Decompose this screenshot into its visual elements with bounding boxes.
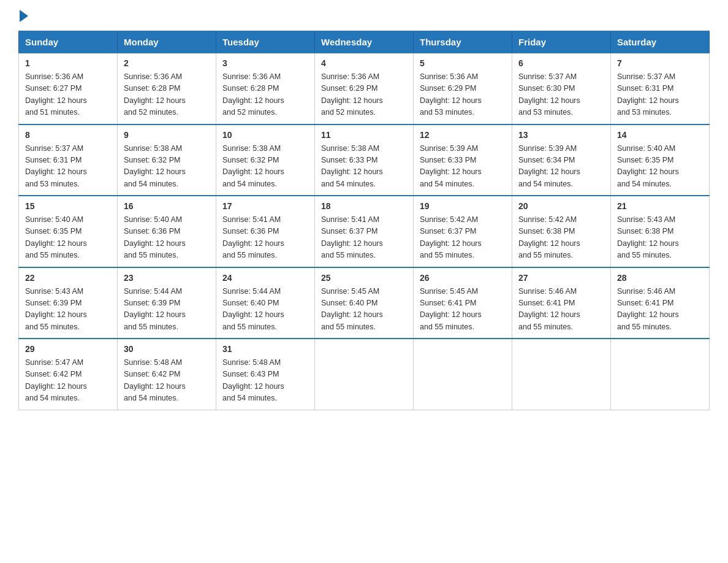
day-number: 30: [124, 343, 210, 356]
page-header: [18, 12, 710, 18]
calendar-cell: 7Sunrise: 5:37 AMSunset: 6:31 PMDaylight…: [611, 53, 710, 124]
day-info: Sunrise: 5:41 AMSunset: 6:36 PMDaylight:…: [222, 214, 308, 262]
calendar-cell: 12Sunrise: 5:39 AMSunset: 6:33 PMDayligh…: [414, 124, 512, 196]
day-number: 5: [420, 57, 506, 70]
day-number: 18: [321, 200, 407, 213]
day-info: Sunrise: 5:48 AMSunset: 6:42 PMDaylight:…: [124, 357, 210, 405]
calendar-cell: 5Sunrise: 5:36 AMSunset: 6:29 PMDaylight…: [414, 53, 512, 124]
day-number: 31: [222, 343, 308, 356]
calendar-cell: 9Sunrise: 5:38 AMSunset: 6:32 PMDaylight…: [118, 124, 216, 196]
day-info: Sunrise: 5:36 AMSunset: 6:29 PMDaylight:…: [321, 71, 407, 119]
day-number: 6: [518, 57, 604, 70]
day-info: Sunrise: 5:39 AMSunset: 6:34 PMDaylight:…: [518, 143, 604, 191]
day-info: Sunrise: 5:40 AMSunset: 6:35 PMDaylight:…: [25, 214, 111, 262]
day-info: Sunrise: 5:40 AMSunset: 6:36 PMDaylight:…: [124, 214, 210, 262]
day-info: Sunrise: 5:43 AMSunset: 6:39 PMDaylight:…: [25, 286, 111, 334]
logo: [18, 12, 28, 18]
calendar-cell: 31Sunrise: 5:48 AMSunset: 6:43 PMDayligh…: [216, 339, 315, 410]
calendar-cell: 10Sunrise: 5:38 AMSunset: 6:32 PMDayligh…: [216, 124, 315, 196]
calendar-header-sunday: Sunday: [19, 31, 118, 53]
day-number: 29: [25, 343, 111, 356]
calendar-week-row: 22Sunrise: 5:43 AMSunset: 6:39 PMDayligh…: [19, 267, 710, 339]
calendar-week-row: 8Sunrise: 5:37 AMSunset: 6:31 PMDaylight…: [19, 124, 710, 196]
day-number: 2: [124, 57, 210, 70]
calendar-cell: 29Sunrise: 5:47 AMSunset: 6:42 PMDayligh…: [19, 339, 118, 410]
day-number: 13: [518, 129, 604, 142]
calendar-cell: 27Sunrise: 5:46 AMSunset: 6:41 PMDayligh…: [512, 267, 611, 339]
day-number: 24: [222, 272, 308, 285]
day-info: Sunrise: 5:46 AMSunset: 6:41 PMDaylight:…: [617, 286, 703, 334]
calendar-cell: 2Sunrise: 5:36 AMSunset: 6:28 PMDaylight…: [118, 53, 216, 124]
calendar-header-friday: Friday: [512, 31, 611, 53]
calendar-cell: 20Sunrise: 5:42 AMSunset: 6:38 PMDayligh…: [512, 196, 611, 267]
day-info: Sunrise: 5:38 AMSunset: 6:32 PMDaylight:…: [222, 143, 308, 191]
day-number: 28: [617, 272, 703, 285]
day-info: Sunrise: 5:44 AMSunset: 6:40 PMDaylight:…: [222, 286, 308, 334]
day-number: 16: [124, 200, 210, 213]
calendar-cell: [512, 339, 611, 410]
day-info: Sunrise: 5:38 AMSunset: 6:32 PMDaylight:…: [124, 143, 210, 191]
day-number: 3: [222, 57, 308, 70]
calendar-cell: [611, 339, 710, 410]
calendar-header-monday: Monday: [118, 31, 216, 53]
calendar-cell: [315, 339, 414, 410]
day-info: Sunrise: 5:45 AMSunset: 6:41 PMDaylight:…: [420, 286, 506, 334]
day-info: Sunrise: 5:37 AMSunset: 6:30 PMDaylight:…: [518, 71, 604, 119]
day-number: 1: [25, 57, 111, 70]
day-number: 26: [420, 272, 506, 285]
day-number: 19: [420, 200, 506, 213]
calendar-header-thursday: Thursday: [414, 31, 512, 53]
calendar-cell: 13Sunrise: 5:39 AMSunset: 6:34 PMDayligh…: [512, 124, 611, 196]
day-info: Sunrise: 5:36 AMSunset: 6:28 PMDaylight:…: [124, 71, 210, 119]
day-info: Sunrise: 5:40 AMSunset: 6:35 PMDaylight:…: [617, 143, 703, 191]
calendar-cell: 25Sunrise: 5:45 AMSunset: 6:40 PMDayligh…: [315, 267, 414, 339]
day-number: 20: [518, 200, 604, 213]
day-info: Sunrise: 5:37 AMSunset: 6:31 PMDaylight:…: [25, 143, 111, 191]
day-info: Sunrise: 5:46 AMSunset: 6:41 PMDaylight:…: [518, 286, 604, 334]
day-info: Sunrise: 5:44 AMSunset: 6:39 PMDaylight:…: [124, 286, 210, 334]
calendar-week-row: 1Sunrise: 5:36 AMSunset: 6:27 PMDaylight…: [19, 53, 710, 124]
calendar-cell: 14Sunrise: 5:40 AMSunset: 6:35 PMDayligh…: [611, 124, 710, 196]
day-info: Sunrise: 5:39 AMSunset: 6:33 PMDaylight:…: [420, 143, 506, 191]
day-number: 17: [222, 200, 308, 213]
day-info: Sunrise: 5:41 AMSunset: 6:37 PMDaylight:…: [321, 214, 407, 262]
day-number: 14: [617, 129, 703, 142]
calendar-cell: 22Sunrise: 5:43 AMSunset: 6:39 PMDayligh…: [19, 267, 118, 339]
day-info: Sunrise: 5:48 AMSunset: 6:43 PMDaylight:…: [222, 357, 308, 405]
day-number: 22: [25, 272, 111, 285]
calendar-week-row: 15Sunrise: 5:40 AMSunset: 6:35 PMDayligh…: [19, 196, 710, 267]
day-info: Sunrise: 5:42 AMSunset: 6:38 PMDaylight:…: [518, 214, 604, 262]
calendar-header-saturday: Saturday: [611, 31, 710, 53]
day-number: 25: [321, 272, 407, 285]
calendar-cell: 19Sunrise: 5:42 AMSunset: 6:37 PMDayligh…: [414, 196, 512, 267]
calendar-cell: 24Sunrise: 5:44 AMSunset: 6:40 PMDayligh…: [216, 267, 315, 339]
calendar-cell: 30Sunrise: 5:48 AMSunset: 6:42 PMDayligh…: [118, 339, 216, 410]
calendar-cell: 21Sunrise: 5:43 AMSunset: 6:38 PMDayligh…: [611, 196, 710, 267]
day-info: Sunrise: 5:43 AMSunset: 6:38 PMDaylight:…: [617, 214, 703, 262]
calendar-cell: 8Sunrise: 5:37 AMSunset: 6:31 PMDaylight…: [19, 124, 118, 196]
calendar-cell: 15Sunrise: 5:40 AMSunset: 6:35 PMDayligh…: [19, 196, 118, 267]
day-info: Sunrise: 5:47 AMSunset: 6:42 PMDaylight:…: [25, 357, 111, 405]
day-number: 11: [321, 129, 407, 142]
day-number: 27: [518, 272, 604, 285]
day-info: Sunrise: 5:36 AMSunset: 6:29 PMDaylight:…: [420, 71, 506, 119]
calendar-cell: 16Sunrise: 5:40 AMSunset: 6:36 PMDayligh…: [118, 196, 216, 267]
day-number: 7: [617, 57, 703, 70]
calendar-cell: 6Sunrise: 5:37 AMSunset: 6:30 PMDaylight…: [512, 53, 611, 124]
day-number: 4: [321, 57, 407, 70]
calendar-header-tuesday: Tuesday: [216, 31, 315, 53]
calendar-cell: 11Sunrise: 5:38 AMSunset: 6:33 PMDayligh…: [315, 124, 414, 196]
day-info: Sunrise: 5:38 AMSunset: 6:33 PMDaylight:…: [321, 143, 407, 191]
calendar-header-row: SundayMondayTuesdayWednesdayThursdayFrid…: [19, 31, 710, 53]
logo-arrow-icon: [20, 10, 28, 22]
calendar-cell: 3Sunrise: 5:36 AMSunset: 6:28 PMDaylight…: [216, 53, 315, 124]
day-info: Sunrise: 5:36 AMSunset: 6:27 PMDaylight:…: [25, 71, 111, 119]
calendar-cell: 23Sunrise: 5:44 AMSunset: 6:39 PMDayligh…: [118, 267, 216, 339]
day-number: 23: [124, 272, 210, 285]
day-number: 10: [222, 129, 308, 142]
calendar-cell: [414, 339, 512, 410]
day-info: Sunrise: 5:37 AMSunset: 6:31 PMDaylight:…: [617, 71, 703, 119]
day-info: Sunrise: 5:45 AMSunset: 6:40 PMDaylight:…: [321, 286, 407, 334]
calendar-cell: 4Sunrise: 5:36 AMSunset: 6:29 PMDaylight…: [315, 53, 414, 124]
day-number: 8: [25, 129, 111, 142]
